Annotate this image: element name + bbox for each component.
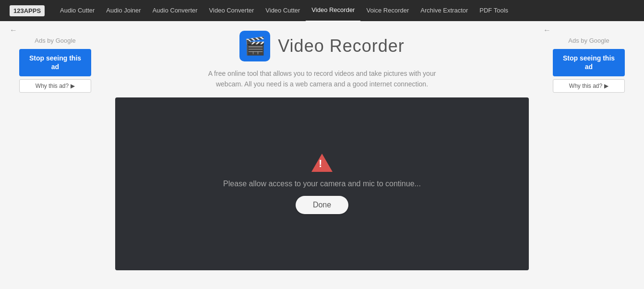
video-area: Please allow access to your camera and m…: [115, 97, 529, 270]
done-button[interactable]: Done: [296, 196, 348, 214]
nav-voice-recorder[interactable]: Voice Recorder: [360, 0, 415, 21]
nav-video-converter[interactable]: Video Converter: [203, 0, 260, 21]
right-why-arrow-icon: ▶: [604, 83, 608, 89]
right-ad-panel: ← Ads by Google Stop seeing this ad Why …: [534, 21, 644, 289]
tool-icon: 🎬: [239, 31, 270, 61]
right-why-this-ad[interactable]: Why this ad? ▶: [553, 79, 625, 93]
tool-header: 🎬 Video Recorder: [239, 31, 405, 61]
nav-links: Audio Cutter Audio Joiner Audio Converte…: [54, 0, 514, 22]
right-stop-seeing-button[interactable]: Stop seeing this ad: [553, 49, 625, 76]
left-why-this-ad[interactable]: Why this ad? ▶: [19, 79, 91, 93]
right-ads-by-google: Ads by Google: [568, 36, 609, 45]
site-logo[interactable]: 123APPS: [10, 5, 45, 16]
video-recorder-icon: 🎬: [244, 36, 266, 56]
left-ads-by-google: Ads by Google: [35, 36, 75, 45]
warning-icon: [311, 154, 333, 172]
left-why-arrow-icon: ▶: [71, 83, 75, 89]
main-content: 🎬 Video Recorder A free online tool that…: [110, 21, 534, 289]
nav-archive-extractor[interactable]: Archive Extractor: [415, 0, 474, 21]
right-ad-back-arrow[interactable]: ←: [543, 26, 551, 35]
nav-video-recorder[interactable]: Video Recorder: [306, 0, 360, 22]
navigation: 123APPS Audio Cutter Audio Joiner Audio …: [0, 0, 644, 21]
page-layout: ← Ads by Google Stop seeing this ad Why …: [0, 21, 644, 289]
tool-description: A free online tool that allows you to re…: [208, 68, 436, 90]
left-ad-panel: ← Ads by Google Stop seeing this ad Why …: [0, 21, 110, 289]
left-ad-back-arrow[interactable]: ←: [10, 26, 17, 35]
tool-description-line1: A free online tool that allows you to re…: [208, 70, 436, 77]
page-title: Video Recorder: [278, 36, 405, 56]
nav-audio-converter[interactable]: Audio Converter: [147, 0, 203, 21]
nav-audio-cutter[interactable]: Audio Cutter: [54, 0, 100, 21]
nav-pdf-tools[interactable]: PDF Tools: [474, 0, 514, 21]
nav-audio-joiner[interactable]: Audio Joiner: [100, 0, 146, 21]
tool-description-line2: webcam. All you need is a web camera and…: [216, 80, 428, 88]
nav-video-cutter[interactable]: Video Cutter: [260, 0, 306, 21]
permission-text: Please allow access to your camera and m…: [223, 180, 421, 188]
left-stop-seeing-button[interactable]: Stop seeing this ad: [19, 49, 91, 76]
